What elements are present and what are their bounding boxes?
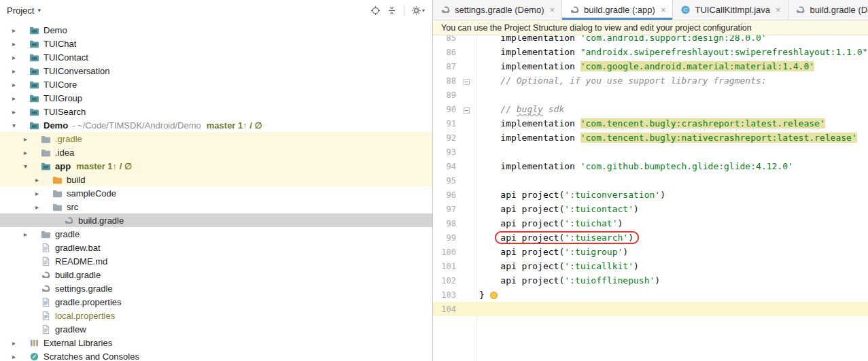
tree-item-demo[interactable]: ▸Demo — [0, 23, 432, 37]
line-number[interactable]: 103 — [433, 290, 456, 300]
tree-item-settings-gradle[interactable]: settings.gradle — [0, 281, 432, 295]
line-number[interactable]: 95 — [433, 176, 456, 186]
line-number[interactable]: 102 — [433, 276, 456, 286]
line-number[interactable]: 87 — [433, 62, 456, 71]
chevron-right-icon[interactable]: ▸ — [10, 108, 18, 116]
chevron-right-icon[interactable]: ▸ — [10, 40, 18, 48]
tree-item-samplecode[interactable]: ▸sampleCode — [0, 186, 432, 200]
tree-item-label: Demo — [44, 120, 68, 131]
tree-item-tuigroup[interactable]: ▸TUIGroup — [0, 91, 432, 105]
folder-icon — [40, 133, 51, 144]
code-line-100[interactable]: 100api project(':tuigroup') — [433, 245, 868, 259]
chevron-right-icon[interactable]: ▸ — [33, 190, 41, 197]
line-number[interactable]: 88 — [433, 76, 456, 86]
chevron-right-icon[interactable]: ▸ — [21, 135, 30, 143]
tab-build-gradle-app[interactable]: build.gradle (:app)× — [562, 0, 673, 20]
tree-item-demo[interactable]: ▾Demo - ~/Code/TIMSDK/Android/Demomaster… — [0, 118, 432, 132]
line-number[interactable]: 98 — [433, 219, 456, 228]
locate-icon[interactable] — [368, 3, 383, 18]
intention-bulb-icon[interactable] — [490, 292, 498, 299]
line-number[interactable]: 99 — [433, 233, 456, 243]
line-number[interactable]: 86 — [433, 48, 456, 57]
tree-item-tuicontact[interactable]: ▸TUIContact — [0, 50, 432, 64]
close-icon[interactable]: × — [550, 5, 555, 15]
tab-settings-gradle-demo[interactable]: settings.gradle (Demo)× — [433, 0, 562, 20]
code-line-104[interactable]: 104 — [433, 302, 868, 316]
line-number[interactable]: 85 — [433, 35, 456, 43]
fold-icon[interactable]: − — [464, 79, 470, 85]
tree-item-external-libraries[interactable]: ▸External Libraries — [0, 336, 432, 349]
line-number[interactable]: 104 — [433, 305, 456, 314]
tree-item-tuichat[interactable]: ▸TUIChat — [0, 37, 432, 50]
code-line-94[interactable]: 94implementation 'com.github.bumptech.gl… — [433, 159, 868, 173]
code-line-103[interactable]: 103} — [433, 288, 868, 302]
code-line-97[interactable]: 97api project(':tuicontact') — [433, 202, 868, 216]
tree-item-app[interactable]: ▾appmaster 1↑ / ∅ — [0, 159, 432, 173]
code-line-98[interactable]: 98api project(':tuichat') — [433, 216, 868, 230]
line-number[interactable]: 101 — [433, 262, 456, 271]
code-line-91[interactable]: 91implementation 'com.tencent.bugly:cras… — [433, 116, 868, 131]
code-line-95[interactable]: 95 — [433, 173, 868, 188]
line-number[interactable]: 100 — [433, 247, 456, 257]
chevron-right-icon[interactable]: ▸ — [33, 203, 41, 211]
fold-icon[interactable]: − — [464, 107, 470, 114]
line-number[interactable]: 91 — [433, 119, 456, 128]
tree-item-idea[interactable]: ▸.idea — [0, 145, 432, 159]
code-line-99[interactable]: 99api project(':tuisearch') — [433, 230, 868, 245]
code-line-92[interactable]: 92implementation 'com.tencent.bugly:nati… — [433, 131, 868, 145]
editor-body[interactable]: 85implementation 'com.android.support:de… — [433, 35, 868, 361]
chevron-right-icon[interactable]: ▸ — [10, 81, 18, 88]
line-number[interactable]: 94 — [433, 162, 456, 171]
chevron-right-icon[interactable]: ▸ — [10, 339, 18, 347]
line-number[interactable]: 89 — [433, 90, 456, 100]
chevron-right-icon[interactable]: ▸ — [33, 176, 41, 184]
tree-item-tuicore[interactable]: ▸TUICore — [0, 78, 432, 91]
code-line-89[interactable]: 89 — [433, 88, 868, 102]
code-line-86[interactable]: 86implementation "androidx.swiperefreshl… — [433, 45, 868, 59]
tree-item-build-gradle[interactable]: build.gradle — [0, 268, 432, 281]
chevron-right-icon[interactable]: ▸ — [10, 27, 18, 34]
tree-item-build-gradle[interactable]: build.gradle — [0, 213, 432, 227]
tree-item-gradle[interactable]: ▸gradle — [0, 227, 432, 241]
code-line-93[interactable]: 93 — [433, 145, 868, 159]
line-number[interactable]: 92 — [433, 133, 456, 143]
tree-item-scratches-and-consoles[interactable]: ▸Scratches and Consoles — [0, 349, 432, 361]
code-line-88[interactable]: 88−// Optional, if you use support libra… — [433, 73, 868, 88]
chevron-right-icon[interactable]: ▸ — [10, 67, 18, 75]
line-number[interactable]: 97 — [433, 205, 456, 214]
tree-item-build[interactable]: ▸build — [0, 173, 432, 186]
tree-item-src[interactable]: ▸src — [0, 200, 432, 213]
line-number[interactable]: 96 — [433, 190, 456, 200]
gear-icon[interactable]: ▾ — [411, 3, 426, 18]
chevron-right-icon[interactable]: ▸ — [10, 353, 18, 360]
code-line-102[interactable]: 102api project(':tuiofflinepush') — [433, 273, 868, 288]
tree-item-tuisearch[interactable]: ▸TUISearch — [0, 105, 432, 118]
chevron-right-icon[interactable]: ▸ — [10, 54, 18, 61]
code-line-90[interactable]: 90−// bugly sdk — [433, 102, 868, 116]
chevron-right-icon[interactable]: ▸ — [21, 230, 30, 238]
chevron-right-icon[interactable]: ▸ — [21, 149, 30, 156]
code-line-101[interactable]: 101api project(':tuicallkit') — [433, 259, 868, 273]
tree-item-local-properties[interactable]: local.properties — [0, 309, 432, 322]
tree-item-gradle[interactable]: ▸.gradle — [0, 132, 432, 145]
tree-item-gradlew-bat[interactable]: gradlew.bat — [0, 241, 432, 254]
code-line-96[interactable]: 96api project(':tuiconversation') — [433, 188, 868, 202]
tab-tuicallkitimpl-java[interactable]: CTUICallKitImpl.java× — [673, 0, 788, 20]
close-icon[interactable]: × — [776, 5, 781, 15]
code-line-87[interactable]: 87implementation 'com.google.android.mat… — [433, 59, 868, 73]
close-icon[interactable]: × — [661, 5, 666, 15]
chevron-down-icon[interactable]: ▾ — [10, 122, 18, 129]
tree-item-gradlew[interactable]: gradlew — [0, 322, 432, 336]
chevron-down-icon[interactable]: ▾ — [37, 7, 41, 14]
project-panel-title[interactable]: Project — [7, 5, 34, 16]
tree-item-readme-md[interactable]: README.md — [0, 254, 432, 268]
code-line-85[interactable]: 85implementation 'com.android.support:de… — [433, 35, 868, 45]
chevron-down-icon[interactable]: ▾ — [21, 162, 30, 170]
line-number[interactable]: 90 — [433, 105, 456, 114]
chevron-right-icon[interactable]: ▸ — [10, 94, 18, 102]
tree-item-tuiconversation[interactable]: ▸TUIConversation — [0, 64, 432, 78]
tree-item-gradle-properties[interactable]: gradle.properties — [0, 295, 432, 309]
tab-build-gradle-demo[interactable]: build.gradle (Demo)× — [788, 0, 868, 20]
collapse-all-icon[interactable] — [384, 3, 399, 18]
line-number[interactable]: 93 — [433, 148, 456, 157]
